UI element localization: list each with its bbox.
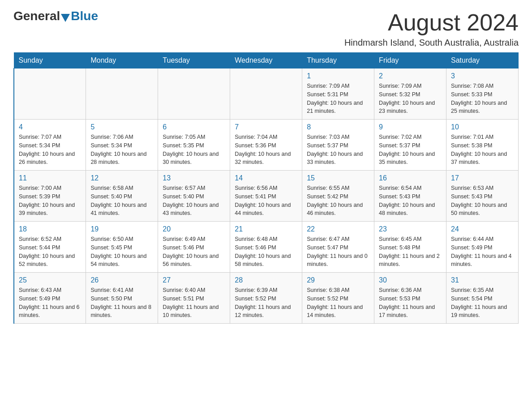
empty-cell (14, 68, 86, 120)
day-info: Sunrise: 6:48 AM Sunset: 5:46 PM Dayligh… (235, 235, 297, 269)
day-info: Sunrise: 6:44 AM Sunset: 5:49 PM Dayligh… (451, 235, 514, 269)
logo: General Blue (13, 9, 98, 23)
day-number: 5 (90, 123, 153, 131)
day-cell-12: 12Sunrise: 6:58 AM Sunset: 5:40 PM Dayli… (86, 171, 158, 222)
month-title: August 2024 (344, 9, 519, 36)
day-info: Sunrise: 7:09 AM Sunset: 5:31 PM Dayligh… (307, 82, 369, 116)
day-cell-13: 13Sunrise: 6:57 AM Sunset: 5:40 PM Dayli… (158, 171, 230, 222)
day-info: Sunrise: 6:36 AM Sunset: 5:53 PM Dayligh… (379, 286, 442, 320)
week-row-5: 25Sunrise: 6:43 AM Sunset: 5:49 PM Dayli… (14, 273, 519, 324)
day-number: 20 (163, 225, 225, 233)
day-cell-16: 16Sunrise: 6:54 AM Sunset: 5:43 PM Dayli… (374, 171, 446, 222)
day-info: Sunrise: 6:40 AM Sunset: 5:51 PM Dayligh… (163, 286, 225, 320)
day-cell-20: 20Sunrise: 6:49 AM Sunset: 5:46 PM Dayli… (158, 222, 230, 273)
day-header-tuesday: Tuesday (158, 53, 230, 68)
day-info: Sunrise: 7:03 AM Sunset: 5:37 PM Dayligh… (307, 133, 369, 167)
day-cell-27: 27Sunrise: 6:40 AM Sunset: 5:51 PM Dayli… (158, 273, 230, 324)
day-cell-21: 21Sunrise: 6:48 AM Sunset: 5:46 PM Dayli… (230, 222, 302, 273)
day-cell-4: 4Sunrise: 7:07 AM Sunset: 5:34 PM Daylig… (14, 120, 86, 171)
day-number: 28 (235, 276, 297, 284)
day-header-thursday: Thursday (302, 53, 374, 68)
day-info: Sunrise: 7:04 AM Sunset: 5:36 PM Dayligh… (235, 133, 297, 167)
day-info: Sunrise: 7:07 AM Sunset: 5:34 PM Dayligh… (19, 133, 81, 167)
day-cell-31: 31Sunrise: 6:35 AM Sunset: 5:54 PM Dayli… (446, 273, 519, 324)
day-info: Sunrise: 7:06 AM Sunset: 5:34 PM Dayligh… (90, 133, 153, 167)
day-info: Sunrise: 6:41 AM Sunset: 5:50 PM Dayligh… (90, 286, 153, 320)
day-cell-28: 28Sunrise: 6:39 AM Sunset: 5:52 PM Dayli… (230, 273, 302, 324)
day-info: Sunrise: 6:53 AM Sunset: 5:43 PM Dayligh… (451, 184, 514, 218)
day-info: Sunrise: 6:52 AM Sunset: 5:44 PM Dayligh… (19, 235, 81, 269)
day-number: 21 (235, 225, 297, 233)
week-row-2: 4Sunrise: 7:07 AM Sunset: 5:34 PM Daylig… (14, 120, 519, 171)
day-number: 29 (307, 276, 369, 284)
day-cell-25: 25Sunrise: 6:43 AM Sunset: 5:49 PM Dayli… (14, 273, 86, 324)
day-number: 8 (307, 123, 369, 131)
empty-cell (230, 68, 302, 120)
day-cell-8: 8Sunrise: 7:03 AM Sunset: 5:37 PM Daylig… (302, 120, 374, 171)
day-info: Sunrise: 6:57 AM Sunset: 5:40 PM Dayligh… (163, 184, 225, 218)
day-number: 19 (90, 225, 153, 233)
week-row-1: 1Sunrise: 7:09 AM Sunset: 5:31 PM Daylig… (14, 68, 519, 120)
day-info: Sunrise: 6:55 AM Sunset: 5:42 PM Dayligh… (307, 184, 369, 218)
day-cell-9: 9Sunrise: 7:02 AM Sunset: 5:37 PM Daylig… (374, 120, 446, 171)
day-cell-29: 29Sunrise: 6:38 AM Sunset: 5:52 PM Dayli… (302, 273, 374, 324)
day-cell-17: 17Sunrise: 6:53 AM Sunset: 5:43 PM Dayli… (446, 171, 519, 222)
day-cell-6: 6Sunrise: 7:05 AM Sunset: 5:35 PM Daylig… (158, 120, 230, 171)
empty-cell (86, 68, 158, 120)
day-cell-26: 26Sunrise: 6:41 AM Sunset: 5:50 PM Dayli… (86, 273, 158, 324)
day-number: 11 (19, 174, 81, 182)
title-section: August 2024 Hindmarsh Island, South Aust… (344, 9, 519, 48)
day-number: 9 (379, 123, 442, 131)
day-cell-15: 15Sunrise: 6:55 AM Sunset: 5:42 PM Dayli… (302, 171, 374, 222)
day-cell-10: 10Sunrise: 7:01 AM Sunset: 5:38 PM Dayli… (446, 120, 519, 171)
day-cell-14: 14Sunrise: 6:56 AM Sunset: 5:41 PM Dayli… (230, 171, 302, 222)
day-header-wednesday: Wednesday (230, 53, 302, 68)
day-number: 2 (379, 72, 442, 80)
day-number: 18 (19, 225, 81, 233)
day-cell-22: 22Sunrise: 6:47 AM Sunset: 5:47 PM Dayli… (302, 222, 374, 273)
day-number: 1 (307, 72, 369, 80)
day-info: Sunrise: 7:05 AM Sunset: 5:35 PM Dayligh… (163, 133, 225, 167)
day-number: 25 (19, 276, 81, 284)
day-cell-19: 19Sunrise: 6:50 AM Sunset: 5:45 PM Dayli… (86, 222, 158, 273)
day-cell-2: 2Sunrise: 7:09 AM Sunset: 5:32 PM Daylig… (374, 68, 446, 120)
logo-blue-text: Blue (71, 9, 98, 23)
day-info: Sunrise: 7:01 AM Sunset: 5:38 PM Dayligh… (451, 133, 514, 167)
day-number: 12 (90, 174, 153, 182)
day-headers-row: SundayMondayTuesdayWednesdayThursdayFrid… (14, 53, 519, 68)
day-number: 31 (451, 276, 514, 284)
day-number: 4 (19, 123, 81, 131)
day-info: Sunrise: 6:47 AM Sunset: 5:47 PM Dayligh… (307, 235, 369, 269)
day-info: Sunrise: 6:35 AM Sunset: 5:54 PM Dayligh… (451, 286, 514, 320)
week-row-3: 11Sunrise: 7:00 AM Sunset: 5:39 PM Dayli… (14, 171, 519, 222)
day-header-sunday: Sunday (14, 53, 86, 68)
day-number: 30 (379, 276, 442, 284)
day-info: Sunrise: 6:38 AM Sunset: 5:52 PM Dayligh… (307, 286, 369, 320)
day-number: 10 (451, 123, 514, 131)
day-cell-30: 30Sunrise: 6:36 AM Sunset: 5:53 PM Dayli… (374, 273, 446, 324)
day-info: Sunrise: 6:56 AM Sunset: 5:41 PM Dayligh… (235, 184, 297, 218)
day-number: 7 (235, 123, 297, 131)
day-info: Sunrise: 7:09 AM Sunset: 5:32 PM Dayligh… (379, 82, 442, 116)
day-number: 17 (451, 174, 514, 182)
day-header-friday: Friday (374, 53, 446, 68)
day-info: Sunrise: 6:50 AM Sunset: 5:45 PM Dayligh… (90, 235, 153, 269)
logo-general-text: General (13, 9, 60, 23)
day-number: 22 (307, 225, 369, 233)
day-cell-24: 24Sunrise: 6:44 AM Sunset: 5:49 PM Dayli… (446, 222, 519, 273)
day-header-saturday: Saturday (446, 53, 519, 68)
page-header: General Blue August 2024 Hindmarsh Islan… (13, 9, 519, 48)
day-info: Sunrise: 6:54 AM Sunset: 5:43 PM Dayligh… (379, 184, 442, 218)
day-info: Sunrise: 6:43 AM Sunset: 5:49 PM Dayligh… (19, 286, 81, 320)
day-cell-7: 7Sunrise: 7:04 AM Sunset: 5:36 PM Daylig… (230, 120, 302, 171)
day-cell-3: 3Sunrise: 7:08 AM Sunset: 5:33 PM Daylig… (446, 68, 519, 120)
day-number: 24 (451, 225, 514, 233)
day-number: 3 (451, 72, 514, 80)
day-info: Sunrise: 7:00 AM Sunset: 5:39 PM Dayligh… (19, 184, 81, 218)
day-header-monday: Monday (86, 53, 158, 68)
day-cell-18: 18Sunrise: 6:52 AM Sunset: 5:44 PM Dayli… (14, 222, 86, 273)
day-cell-1: 1Sunrise: 7:09 AM Sunset: 5:31 PM Daylig… (302, 68, 374, 120)
location-title: Hindmarsh Island, South Australia, Austr… (344, 38, 519, 48)
day-number: 14 (235, 174, 297, 182)
day-number: 6 (163, 123, 225, 131)
